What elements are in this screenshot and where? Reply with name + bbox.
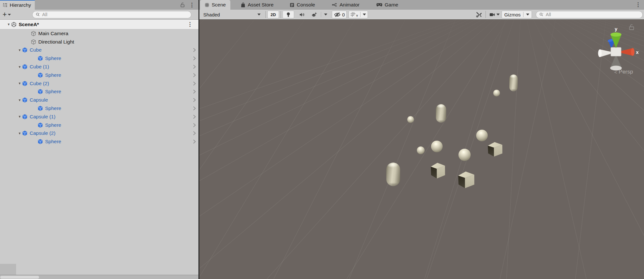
gizmo-axis-negy[interactable]: [610, 55, 622, 71]
foldout-triangle[interactable]: ▼: [17, 65, 22, 69]
tab-asset-store[interactable]: Asset Store: [236, 0, 278, 10]
foldout-triangle[interactable]: ▼: [17, 115, 22, 118]
gizmo-lock-icon[interactable]: [630, 25, 634, 30]
tools-icon: [476, 12, 482, 17]
sphere-object[interactable]: [476, 130, 488, 141]
scene-header-row[interactable]: ▼ SceneA* ⋮: [0, 20, 198, 29]
hidden-count: 0: [342, 12, 345, 17]
tools-button[interactable]: [474, 11, 484, 18]
scene-camera-button[interactable]: [487, 11, 502, 18]
hierarchy-item[interactable]: ▼ Cube (2): [0, 79, 198, 88]
gameobject-icon: [37, 55, 43, 61]
effects-toggle-button[interactable]: [309, 11, 319, 18]
cube-object[interactable]: [431, 162, 446, 179]
axis-y-label[interactable]: y: [615, 26, 618, 32]
gizmos-dropdown-icon[interactable]: [526, 14, 529, 15]
hierarchy-item-label: Cube (1): [30, 64, 49, 70]
hierarchy-item[interactable]: ▼ Capsule: [0, 96, 198, 104]
tab-game[interactable]: Game: [372, 0, 403, 10]
lock-icon[interactable]: [180, 2, 185, 8]
prefab-chevron-icon[interactable]: [193, 89, 196, 94]
hierarchy-hscrollbar[interactable]: [0, 275, 198, 279]
hierarchy-item[interactable]: Sphere: [0, 137, 198, 146]
sphere-object[interactable]: [458, 149, 471, 161]
prefab-chevron-icon[interactable]: [193, 106, 196, 111]
hierarchy-item-label: Sphere: [45, 122, 61, 128]
hierarchy-search[interactable]: [32, 11, 191, 18]
gizmos-label: Gizmos: [504, 12, 521, 17]
add-object-button[interactable]: +: [3, 11, 11, 18]
gizmo-center-cube[interactable]: [611, 47, 621, 56]
prefab-chevron-icon[interactable]: [193, 131, 196, 135]
hierarchy-search-input[interactable]: [42, 12, 188, 17]
gamepad-icon: [376, 3, 382, 7]
hierarchy-item[interactable]: Main Camera: [0, 29, 198, 38]
tab-hierarchy-label: Hierarchy: [10, 2, 31, 8]
hierarchy-item-label: Cube: [30, 47, 42, 53]
scene-menu-icon[interactable]: ⋮: [635, 2, 641, 7]
foldout-triangle[interactable]: ▼: [6, 23, 11, 26]
hierarchy-item[interactable]: Sphere: [0, 71, 198, 79]
scene-viewport[interactable]: y: [199, 20, 644, 279]
foldout-triangle[interactable]: ▼: [17, 98, 22, 102]
scene-search-input[interactable]: [546, 12, 639, 17]
orientation-gizmo[interactable]: y: [590, 21, 643, 74]
scrollbar-thumb[interactable]: [0, 276, 39, 279]
unity-editor-window: Hierarchy ⋮ +: [0, 0, 644, 279]
foldout-triangle[interactable]: ▼: [17, 48, 22, 52]
hierarchy-item[interactable]: Sphere: [0, 54, 198, 63]
gameobject-icon: [22, 64, 28, 70]
hierarchy-item[interactable]: Sphere: [0, 104, 198, 113]
hierarchy-item[interactable]: Sphere: [0, 121, 198, 129]
prefab-chevron-icon[interactable]: [193, 123, 196, 127]
prefab-chevron-icon[interactable]: [193, 48, 196, 52]
sphere-object[interactable]: [407, 116, 414, 123]
prefab-chevron-icon[interactable]: [193, 56, 196, 61]
scene-search[interactable]: [536, 11, 643, 18]
sphere-object[interactable]: [417, 146, 425, 154]
hierarchy-item-label: Capsule (2): [30, 130, 55, 136]
hierarchy-item[interactable]: ▼ Cube (1): [0, 63, 198, 71]
gameobject-icon: [22, 114, 28, 120]
hierarchy-item[interactable]: ▼ Capsule (2): [0, 129, 198, 138]
hierarchy-item[interactable]: ▼ Capsule (1): [0, 113, 198, 121]
tab-animator[interactable]: Animator: [327, 0, 364, 10]
grid-visibility-button[interactable]: Y: [349, 11, 368, 18]
hidden-objects-button[interactable]: 0: [332, 11, 347, 18]
prefab-chevron-icon[interactable]: [193, 98, 196, 102]
hierarchy-item[interactable]: ▼ Cube: [0, 46, 198, 55]
tab-scene[interactable]: Scene: [200, 0, 230, 10]
capsule-object[interactable]: [509, 75, 518, 91]
gizmos-button[interactable]: Gizmos: [502, 11, 532, 18]
foldout-triangle[interactable]: ▼: [17, 132, 22, 135]
2d-toggle-button[interactable]: 2D: [267, 11, 279, 18]
capsule-object[interactable]: [436, 104, 446, 123]
audio-toggle-button[interactable]: [297, 11, 307, 18]
prefab-chevron-icon[interactable]: [193, 65, 196, 69]
projection-toggle[interactable]: < Persp: [614, 69, 633, 75]
hierarchy-item-label: Sphere: [45, 72, 61, 78]
sphere-object[interactable]: [431, 141, 443, 152]
hierarchy-item[interactable]: Directional Light: [0, 38, 198, 46]
prefab-chevron-icon[interactable]: [193, 115, 196, 119]
effects-dropdown-icon[interactable]: [324, 14, 327, 15]
grid-dropdown-icon[interactable]: [363, 14, 366, 15]
tab-hierarchy[interactable]: Hierarchy: [0, 0, 35, 10]
prefab-chevron-icon[interactable]: [193, 73, 196, 77]
lighting-toggle-button[interactable]: [283, 11, 294, 18]
scene-menu-icon[interactable]: ⋮: [187, 22, 193, 27]
prefab-chevron-icon[interactable]: [193, 139, 196, 144]
gameobject-icon: [31, 31, 36, 36]
cube-object[interactable]: [488, 141, 503, 157]
sphere-object[interactable]: [493, 90, 500, 96]
cube-object[interactable]: [458, 171, 475, 189]
tab-console[interactable]: Console: [285, 0, 320, 10]
tab-game-label: Game: [385, 2, 398, 8]
hierarchy-menu-icon[interactable]: ⋮: [189, 2, 195, 8]
draw-mode-dropdown[interactable]: Shaded: [201, 11, 264, 18]
prefab-chevron-icon[interactable]: [193, 81, 196, 86]
axis-x-label[interactable]: x: [636, 49, 639, 55]
hierarchy-item[interactable]: Sphere: [0, 88, 198, 96]
foldout-triangle[interactable]: ▼: [17, 82, 22, 85]
capsule-object[interactable]: [386, 163, 400, 186]
